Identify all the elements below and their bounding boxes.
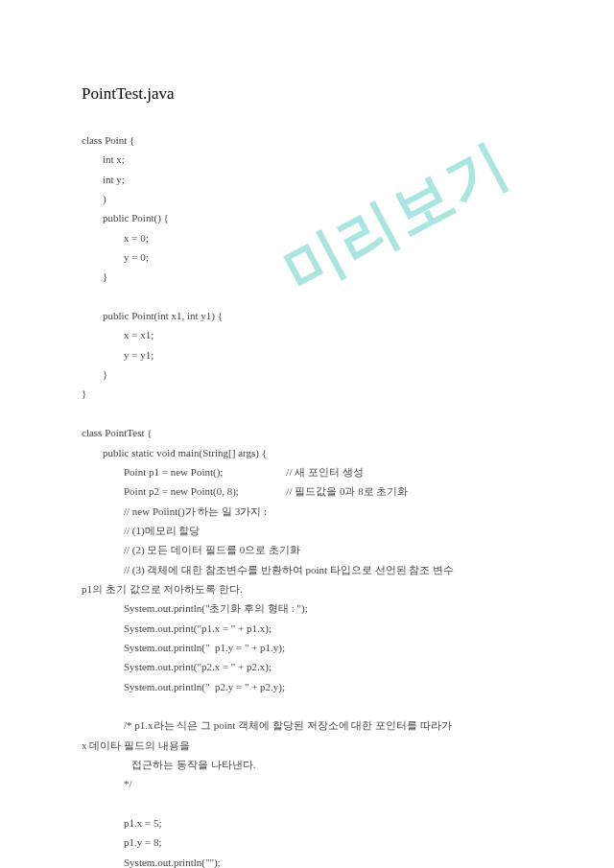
- code-block: class Point { int x; int y; ) public Poi…: [82, 130, 542, 868]
- document-page: 미리보기 PointTest.java class Point { int x;…: [0, 0, 614, 868]
- document-title: PointTest.java: [82, 84, 542, 104]
